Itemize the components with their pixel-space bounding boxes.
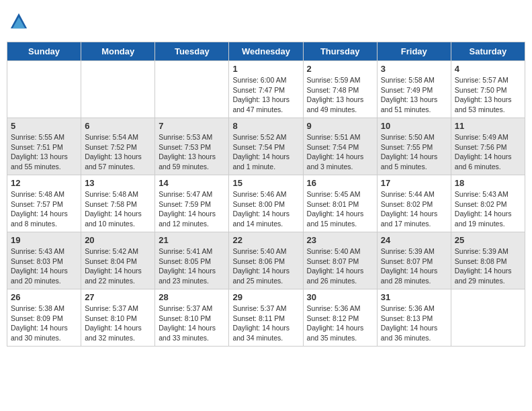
day-number: 22 bbox=[232, 235, 299, 245]
day-info: Sunrise: 5:37 AM Sunset: 8:10 PM Dayligh… bbox=[159, 304, 225, 343]
day-number: 8 bbox=[232, 121, 299, 131]
day-number: 15 bbox=[232, 178, 299, 188]
calendar-cell: 16Sunrise: 5:45 AM Sunset: 8:01 PM Dayli… bbox=[303, 175, 377, 232]
day-header-tuesday: Tuesday bbox=[155, 42, 229, 61]
day-header-wednesday: Wednesday bbox=[229, 42, 303, 61]
calendar-cell: 6Sunrise: 5:54 AM Sunset: 7:52 PM Daylig… bbox=[81, 118, 155, 175]
day-info: Sunrise: 5:46 AM Sunset: 8:00 PM Dayligh… bbox=[232, 189, 299, 229]
week-row-5: 26Sunrise: 5:38 AM Sunset: 8:09 PM Dayli… bbox=[7, 289, 525, 347]
day-number: 9 bbox=[307, 121, 373, 131]
day-header-monday: Monday bbox=[81, 42, 155, 61]
day-info: Sunrise: 5:36 AM Sunset: 8:13 PM Dayligh… bbox=[381, 304, 447, 343]
day-info: Sunrise: 5:52 AM Sunset: 7:54 PM Dayligh… bbox=[232, 132, 299, 172]
day-info: Sunrise: 5:43 AM Sunset: 8:03 PM Dayligh… bbox=[11, 246, 77, 286]
day-header-thursday: Thursday bbox=[303, 42, 377, 61]
day-info: Sunrise: 5:53 AM Sunset: 7:53 PM Dayligh… bbox=[159, 132, 225, 172]
day-info: Sunrise: 5:37 AM Sunset: 8:10 PM Dayligh… bbox=[85, 304, 151, 343]
day-info: Sunrise: 5:45 AM Sunset: 8:01 PM Dayligh… bbox=[307, 189, 373, 229]
day-info: Sunrise: 5:50 AM Sunset: 7:55 PM Dayligh… bbox=[381, 132, 447, 172]
calendar-cell: 19Sunrise: 5:43 AM Sunset: 8:03 PM Dayli… bbox=[7, 232, 81, 289]
page-header bbox=[7, 7, 525, 36]
day-number: 27 bbox=[85, 292, 151, 302]
day-number: 1 bbox=[232, 64, 299, 74]
calendar-cell: 3Sunrise: 5:58 AM Sunset: 7:49 PM Daylig… bbox=[377, 61, 451, 118]
calendar-cell: 26Sunrise: 5:38 AM Sunset: 8:09 PM Dayli… bbox=[7, 289, 81, 347]
calendar-cell: 25Sunrise: 5:39 AM Sunset: 8:08 PM Dayli… bbox=[451, 232, 525, 289]
calendar-cell bbox=[155, 61, 229, 118]
day-number: 21 bbox=[159, 235, 225, 245]
calendar-cell: 10Sunrise: 5:50 AM Sunset: 7:55 PM Dayli… bbox=[377, 118, 451, 175]
day-number: 6 bbox=[85, 121, 151, 131]
calendar-cell: 31Sunrise: 5:36 AM Sunset: 8:13 PM Dayli… bbox=[377, 289, 451, 347]
day-info: Sunrise: 5:43 AM Sunset: 8:02 PM Dayligh… bbox=[455, 189, 521, 229]
day-info: Sunrise: 5:38 AM Sunset: 8:09 PM Dayligh… bbox=[11, 304, 77, 343]
calendar-cell: 14Sunrise: 5:47 AM Sunset: 7:59 PM Dayli… bbox=[155, 175, 229, 232]
day-info: Sunrise: 5:54 AM Sunset: 7:52 PM Dayligh… bbox=[85, 132, 151, 172]
day-number: 23 bbox=[307, 235, 373, 245]
calendar-cell: 24Sunrise: 5:39 AM Sunset: 8:07 PM Dayli… bbox=[377, 232, 451, 289]
calendar-cell: 12Sunrise: 5:48 AM Sunset: 7:57 PM Dayli… bbox=[7, 175, 81, 232]
calendar-cell bbox=[7, 61, 81, 118]
day-number: 30 bbox=[307, 292, 373, 302]
day-info: Sunrise: 5:40 AM Sunset: 8:06 PM Dayligh… bbox=[232, 246, 299, 286]
day-number: 14 bbox=[159, 178, 225, 188]
header-row: SundayMondayTuesdayWednesdayThursdayFrid… bbox=[7, 42, 525, 61]
day-number: 5 bbox=[11, 121, 77, 131]
day-info: Sunrise: 5:47 AM Sunset: 7:59 PM Dayligh… bbox=[159, 189, 225, 229]
day-number: 26 bbox=[11, 292, 77, 302]
calendar-cell: 13Sunrise: 5:48 AM Sunset: 7:58 PM Dayli… bbox=[81, 175, 155, 232]
day-header-sunday: Sunday bbox=[7, 42, 81, 61]
day-header-friday: Friday bbox=[377, 42, 451, 61]
week-row-1: 1Sunrise: 6:00 AM Sunset: 7:47 PM Daylig… bbox=[7, 61, 525, 118]
day-number: 31 bbox=[381, 292, 447, 302]
day-info: Sunrise: 5:59 AM Sunset: 7:48 PM Dayligh… bbox=[307, 75, 373, 115]
calendar-cell: 30Sunrise: 5:36 AM Sunset: 8:12 PM Dayli… bbox=[303, 289, 377, 347]
calendar-cell: 28Sunrise: 5:37 AM Sunset: 8:10 PM Dayli… bbox=[155, 289, 229, 347]
day-number: 11 bbox=[455, 121, 521, 131]
day-number: 4 bbox=[455, 64, 521, 74]
calendar-cell: 2Sunrise: 5:59 AM Sunset: 7:48 PM Daylig… bbox=[303, 61, 377, 118]
day-info: Sunrise: 5:36 AM Sunset: 8:12 PM Dayligh… bbox=[307, 304, 373, 343]
calendar-cell bbox=[451, 289, 525, 347]
day-number: 28 bbox=[159, 292, 225, 302]
day-number: 16 bbox=[307, 178, 373, 188]
calendar-cell: 7Sunrise: 5:53 AM Sunset: 7:53 PM Daylig… bbox=[155, 118, 229, 175]
day-info: Sunrise: 5:39 AM Sunset: 8:07 PM Dayligh… bbox=[381, 246, 447, 286]
day-number: 13 bbox=[85, 178, 151, 188]
calendar-cell: 18Sunrise: 5:43 AM Sunset: 8:02 PM Dayli… bbox=[451, 175, 525, 232]
calendar-cell: 5Sunrise: 5:55 AM Sunset: 7:51 PM Daylig… bbox=[7, 118, 81, 175]
day-number: 17 bbox=[381, 178, 447, 188]
day-number: 10 bbox=[381, 121, 447, 131]
day-info: Sunrise: 6:00 AM Sunset: 7:47 PM Dayligh… bbox=[232, 75, 299, 115]
day-number: 20 bbox=[85, 235, 151, 245]
day-number: 19 bbox=[11, 235, 77, 245]
day-info: Sunrise: 5:57 AM Sunset: 7:50 PM Dayligh… bbox=[455, 75, 521, 115]
logo-icon bbox=[9, 12, 28, 31]
day-number: 24 bbox=[381, 235, 447, 245]
day-info: Sunrise: 5:44 AM Sunset: 8:02 PM Dayligh… bbox=[381, 189, 447, 229]
day-info: Sunrise: 5:40 AM Sunset: 8:07 PM Dayligh… bbox=[307, 246, 373, 286]
day-info: Sunrise: 5:48 AM Sunset: 7:57 PM Dayligh… bbox=[11, 189, 77, 229]
calendar-cell: 15Sunrise: 5:46 AM Sunset: 8:00 PM Dayli… bbox=[229, 175, 303, 232]
day-number: 29 bbox=[232, 292, 299, 302]
day-number: 18 bbox=[455, 178, 521, 188]
day-info: Sunrise: 5:51 AM Sunset: 7:54 PM Dayligh… bbox=[307, 132, 373, 172]
calendar-cell: 27Sunrise: 5:37 AM Sunset: 8:10 PM Dayli… bbox=[81, 289, 155, 347]
calendar-cell: 22Sunrise: 5:40 AM Sunset: 8:06 PM Dayli… bbox=[229, 232, 303, 289]
day-header-saturday: Saturday bbox=[451, 42, 525, 61]
day-info: Sunrise: 5:58 AM Sunset: 7:49 PM Dayligh… bbox=[381, 75, 447, 115]
day-number: 3 bbox=[381, 64, 447, 74]
calendar-cell: 23Sunrise: 5:40 AM Sunset: 8:07 PM Dayli… bbox=[303, 232, 377, 289]
calendar-cell: 17Sunrise: 5:44 AM Sunset: 8:02 PM Dayli… bbox=[377, 175, 451, 232]
calendar-cell: 1Sunrise: 6:00 AM Sunset: 7:47 PM Daylig… bbox=[229, 61, 303, 118]
week-row-4: 19Sunrise: 5:43 AM Sunset: 8:03 PM Dayli… bbox=[7, 232, 525, 289]
calendar-cell: 8Sunrise: 5:52 AM Sunset: 7:54 PM Daylig… bbox=[229, 118, 303, 175]
calendar-table: SundayMondayTuesdayWednesdayThursdayFrid… bbox=[7, 42, 525, 347]
day-info: Sunrise: 5:49 AM Sunset: 7:56 PM Dayligh… bbox=[455, 132, 521, 172]
calendar-cell: 11Sunrise: 5:49 AM Sunset: 7:56 PM Dayli… bbox=[451, 118, 525, 175]
day-info: Sunrise: 5:41 AM Sunset: 8:05 PM Dayligh… bbox=[159, 246, 225, 286]
calendar-cell: 4Sunrise: 5:57 AM Sunset: 7:50 PM Daylig… bbox=[451, 61, 525, 118]
day-info: Sunrise: 5:48 AM Sunset: 7:58 PM Dayligh… bbox=[85, 189, 151, 229]
day-number: 2 bbox=[307, 64, 373, 74]
logo bbox=[9, 12, 31, 31]
